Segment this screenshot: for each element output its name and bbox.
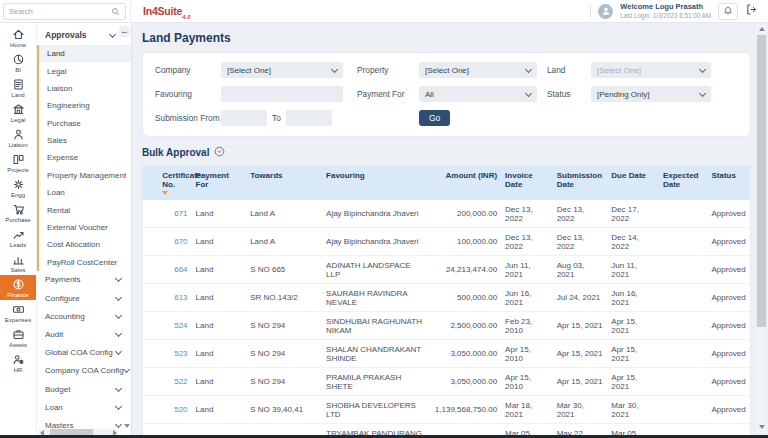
main-vscrollbar[interactable] [757,25,766,431]
column-header[interactable]: Invoice Date [501,166,553,200]
menu-group-configure[interactable]: Configure [37,289,131,307]
rail-item-legal[interactable]: Legal [0,100,36,125]
vscroll-thumb[interactable] [757,35,766,327]
cell-certificate-no[interactable]: 520 [158,396,191,424]
cell-invoice-date: Dec 13, 2022 [501,228,553,256]
submenu-scroll-down-arrow[interactable] [124,424,130,428]
cell-submission-date: Apr 15, 2021 [553,368,608,396]
cell-amount: 24,213,474.00 [428,256,501,284]
rail-item-land[interactable]: Land [0,75,36,100]
column-header[interactable]: Certificate No. [158,166,191,200]
rail-item-finance[interactable]: Finance [0,275,36,300]
menu-group-audit[interactable]: Audit [37,325,131,343]
menu-group-global-coa-config[interactable]: Global COA Config [37,344,131,362]
cell-invoice-date: Feb 23, 2010 [501,312,553,340]
menu-group-payments[interactable]: Payments [37,271,131,289]
rail-item-sales[interactable]: Sales [0,250,36,275]
column-header[interactable]: Payment For [192,166,247,200]
rail-item-expenses[interactable]: Expenses [0,300,36,325]
scroll-up-arrow[interactable] [759,27,765,31]
favouring-input[interactable] [221,86,343,102]
payment-for-select[interactable]: All [419,86,537,102]
cell-due-date: Apr 15, 2021 [607,312,659,340]
column-header[interactable]: Submission Date [553,166,608,200]
table-row: 613LandSR NO.143/2SAURABH RAVINDRA NEVAL… [143,284,750,312]
property-select[interactable]: [Select One] [419,62,537,78]
column-header[interactable]: Amount (INR) [428,166,501,200]
cell-certificate-no[interactable]: 664 [158,256,191,284]
menu-group-company-coa-config[interactable]: Company COA Config [37,362,131,380]
menu-group-accounting[interactable]: Accounting [37,307,131,325]
chevron-down-icon [115,312,122,319]
menu-item-property-management[interactable]: Property Management [39,167,131,184]
menu-item-liaison[interactable]: Liaison [39,80,131,97]
cell-certificate-no[interactable]: 670 [158,228,191,256]
page-title: Land Payments [142,31,768,45]
menu-item-legal[interactable]: Legal [39,62,131,79]
cell-certificate-no[interactable]: 523 [158,340,191,368]
menu-group-loan[interactable]: Loan [37,398,131,416]
rail-item-purchase[interactable]: Purchase [0,200,36,225]
status-select[interactable]: [Pending Only] [591,86,711,102]
cell-towards: S NO 39,40,41 [246,396,322,424]
bulk-approval-expand-icon[interactable] [214,146,225,159]
avatar [598,4,613,19]
menu-group-budget[interactable]: Budget [37,380,131,398]
cell-certificate-no[interactable]: 671 [158,200,191,228]
menu-item-rental[interactable]: Rental [39,201,131,218]
logout-button[interactable] [745,2,758,20]
menu-item-purchase[interactable]: Purchase [39,115,131,132]
menu-item-loan[interactable]: Loan [39,184,131,201]
filter-icon[interactable] [162,191,168,195]
cell-certificate-no[interactable]: 613 [158,284,191,312]
rail-item-assets[interactable]: Assets [0,325,36,350]
notifications-button[interactable] [718,3,738,20]
menu-item-engineering[interactable]: Engineering [39,97,131,114]
cell-favouring: SHALAN CHANDRAKANT SHINDE [322,340,428,368]
last-login-text: Last Login: 1/3/2023 6:51:00 AM [620,12,711,19]
land-select[interactable]: [Select One] [591,62,711,78]
submission-from-input[interactable] [221,110,267,126]
menu-item-land[interactable]: Land [39,45,131,62]
column-header[interactable]: Towards [246,166,322,200]
rail-item-hr[interactable]: HR [0,350,36,375]
rail-item-home[interactable]: Home [0,25,36,50]
search-icon[interactable] [111,2,120,20]
cell-expected-date [659,368,708,396]
app-logo: In4Suite4.0 [143,2,191,20]
chevron-down-icon [109,30,116,37]
go-button[interactable]: Go [419,110,450,126]
cell-towards: Land A [246,228,322,256]
submission-to-input[interactable] [286,110,332,126]
collapse-sidebar-button[interactable]: ← [119,26,130,37]
column-header[interactable]: Status [707,166,750,200]
submission-from-label: Submission From [155,113,221,123]
company-select[interactable]: [Select One] [221,62,343,78]
cell-submission-date: Apr 15, 2021 [553,312,608,340]
menu-group-approvals[interactable]: Approvals [37,25,131,45]
cell-expected-date [659,200,708,228]
menu-item-payroll-costcenter[interactable]: PayRoll CostCenter [39,254,131,271]
rail-item-liaison[interactable]: Liaison [0,125,36,150]
search-input[interactable]: Search [3,3,126,20]
column-header[interactable]: Favouring [322,166,428,200]
rail-item-projects[interactable]: Projects [0,150,36,175]
cell-certificate-no[interactable]: 524 [158,312,191,340]
cell-invoice-date: Mar 18, 2021 [501,396,553,424]
row-select-cell [143,368,158,396]
status-label: Status [547,89,591,99]
menu-item-external-voucher[interactable]: External Voucher [39,219,131,236]
rail-item-leads[interactable]: Leads [0,225,36,250]
column-header[interactable]: Due Date [607,166,659,200]
rail-item-engg[interactable]: Engg [0,175,36,200]
column-header[interactable]: Expected Date [659,166,708,200]
cell-payment-for: Land [192,340,247,368]
menu-item-expense[interactable]: Expense [39,149,131,166]
cell-certificate-no[interactable]: 522 [158,368,191,396]
property-label: Property [357,65,419,75]
menu-item-cost-allocation[interactable]: Cost Allocation [39,236,131,253]
menu-item-sales[interactable]: Sales [39,132,131,149]
rail-item-bi[interactable]: BI [0,50,36,75]
chevron-down-icon [331,65,338,72]
scroll-down-arrow[interactable] [759,425,765,429]
